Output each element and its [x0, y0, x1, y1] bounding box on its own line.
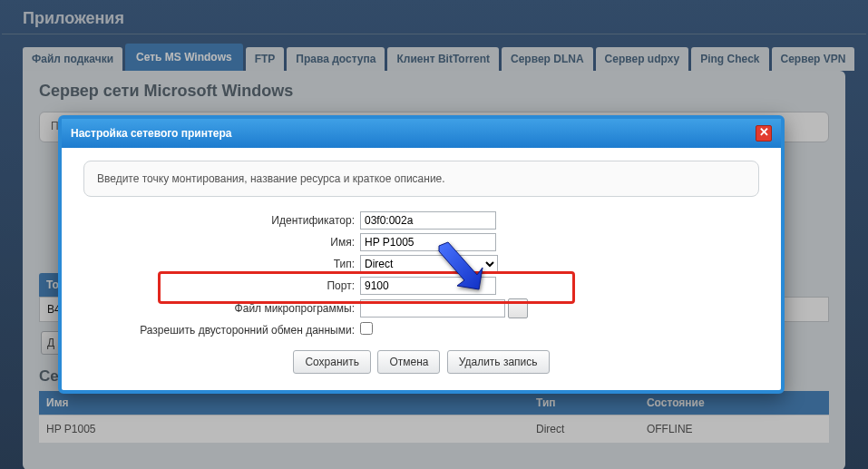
printer-settings-modal: Настройка сетевого принтера ✕ Введите то… — [58, 115, 785, 394]
modal-button-row: Сохранить Отмена Удалить запись — [83, 350, 759, 374]
modal-hint: Введите точку монтирования, название рес… — [83, 161, 759, 197]
browse-button[interactable] — [508, 298, 528, 318]
bidir-label: Разрешить двусторонний обмен данными: — [83, 324, 360, 337]
bidir-checkbox[interactable] — [360, 322, 373, 335]
firmware-label: Файл микропрограммы: — [83, 302, 360, 315]
firmware-path[interactable] — [360, 299, 505, 318]
modal-header: Настройка сетевого принтера ✕ — [62, 119, 781, 148]
cancel-button[interactable]: Отмена — [377, 350, 440, 374]
close-icon[interactable]: ✕ — [756, 125, 772, 142]
name-input[interactable] — [360, 233, 496, 251]
port-label: Порт: — [83, 279, 360, 292]
id-label: Идентификатор: — [83, 214, 360, 227]
port-input[interactable] — [360, 277, 496, 295]
save-button[interactable]: Сохранить — [293, 350, 371, 374]
name-label: Имя: — [83, 236, 360, 249]
id-input[interactable] — [360, 211, 496, 230]
modal-title: Настройка сетевого принтера — [71, 127, 232, 140]
type-label: Тип: — [83, 258, 360, 270]
type-select[interactable]: Direct — [360, 255, 498, 273]
delete-button[interactable]: Удалить запись — [447, 350, 550, 374]
